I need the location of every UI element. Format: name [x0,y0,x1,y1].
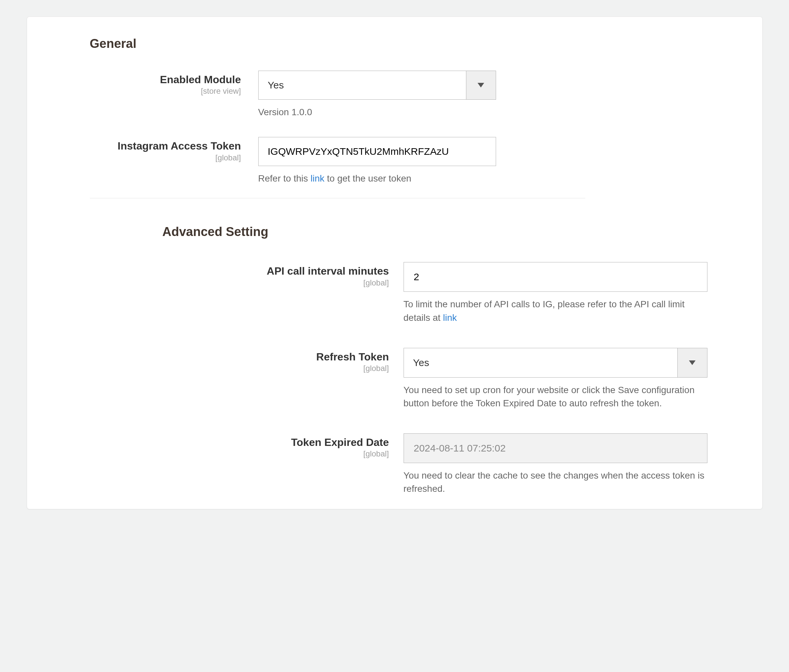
access-token-input[interactable] [258,137,496,166]
refresh-token-scope: [global] [163,364,389,373]
value-col: Yes You need to set up cron for your web… [404,348,736,410]
general-heading: General [90,37,736,51]
label-col: Instagram Access Token [global] [90,137,258,162]
label-col: API call interval minutes [global] [163,262,404,287]
chevron-down-icon [689,360,696,365]
refresh-token-select[interactable]: Yes [404,348,708,377]
value-col: Yes Version 1.0.0 [258,71,736,118]
advanced-section: Advanced Setting API call interval minut… [54,198,736,496]
access-token-help-prefix: Refer to this [258,173,311,183]
general-section: General Enabled Module [store view] Yes … [54,37,736,198]
value-col: Refer to this link to get the user token [258,137,736,185]
enabled-module-scope: [store view] [90,86,241,96]
field-enabled-module: Enabled Module [store view] Yes Version … [90,71,736,118]
api-interval-help-link[interactable]: link [443,312,457,323]
api-interval-label: API call interval minutes [163,265,389,277]
value-col: You need to clear the cache to see the c… [404,433,736,496]
refresh-token-value: Yes [404,348,677,377]
token-expired-scope: [global] [163,449,389,459]
access-token-scope: [global] [90,153,241,162]
token-expired-input [404,433,708,463]
enabled-module-dropdown-button[interactable] [466,71,496,99]
label-col: Refresh Token [global] [163,348,404,373]
field-token-expired: Token Expired Date [global] You need to … [163,433,736,496]
label-col: Enabled Module [store view] [90,71,258,96]
access-token-label: Instagram Access Token [90,140,241,152]
access-token-help-link[interactable]: link [310,173,324,183]
enabled-module-select[interactable]: Yes [258,71,496,100]
enabled-module-label: Enabled Module [90,73,241,86]
token-expired-label: Token Expired Date [163,436,389,449]
advanced-heading: Advanced Setting [163,225,736,239]
token-expired-help: You need to clear the cache to see the c… [404,469,708,496]
value-col: To limit the number of API calls to IG, … [404,262,736,325]
enabled-module-help: Version 1.0.0 [258,106,736,118]
field-access-token: Instagram Access Token [global] Refer to… [90,137,736,185]
config-panel: General Enabled Module [store view] Yes … [27,16,763,509]
api-interval-scope: [global] [163,278,389,287]
label-col: Token Expired Date [global] [163,433,404,459]
api-interval-help: To limit the number of API calls to IG, … [404,298,708,325]
enabled-module-value: Yes [259,71,466,99]
access-token-help: Refer to this link to get the user token [258,172,736,185]
refresh-token-dropdown-button[interactable] [677,348,707,377]
refresh-token-help: You need to set up cron for your website… [404,384,708,410]
field-api-interval: API call interval minutes [global] To li… [163,262,736,325]
field-refresh-token: Refresh Token [global] Yes You need to s… [163,348,736,410]
refresh-token-label: Refresh Token [163,350,389,363]
access-token-help-suffix: to get the user token [324,173,411,183]
chevron-down-icon [478,83,484,88]
api-interval-input[interactable] [404,262,708,292]
